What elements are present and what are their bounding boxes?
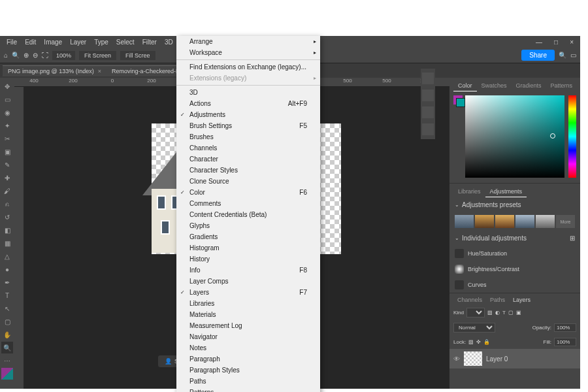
tab-patterns[interactable]: Patterns (546, 80, 578, 91)
menu-file[interactable]: File (3, 37, 21, 47)
menu-select[interactable]: Select (112, 37, 139, 47)
menu-item-actions[interactable]: ActionsAlt+F9 (176, 98, 320, 109)
menu-edit[interactable]: Edit (21, 37, 40, 47)
tab-1[interactable]: PNG image.png @ 133% (Index)× (3, 65, 106, 76)
adj-hue-saturation[interactable]: Hue/Saturation (449, 246, 580, 261)
menu-layer[interactable]: Layer (66, 37, 90, 47)
preset-thumb[interactable] (495, 215, 514, 228)
wand-tool-icon[interactable]: ✦ (1, 120, 13, 131)
menu-item-3d[interactable]: 3D (176, 87, 320, 98)
menu-item-info[interactable]: InfoF8 (176, 265, 320, 276)
more-presets-button[interactable]: More (556, 215, 575, 228)
gradient-tool-icon[interactable]: ▦ (1, 237, 13, 249)
dodge-tool-icon[interactable]: ● (1, 263, 13, 275)
menu-item-histogram[interactable]: Histogram (176, 242, 320, 253)
menu-item-paragraph-styles[interactable]: Paragraph Styles (176, 365, 320, 376)
menu-item-materials[interactable]: Materials (176, 309, 320, 320)
preset-thumb[interactable] (515, 215, 534, 228)
menu-item-brushes[interactable]: Brushes (176, 131, 320, 142)
menu-item-brush-settings[interactable]: Brush SettingsF5 (176, 120, 320, 131)
heal-tool-icon[interactable]: ✚ (1, 172, 13, 184)
shape-tool-icon[interactable]: ▢ (1, 316, 13, 327)
filter-adjust-icon[interactable]: ◐ (495, 310, 500, 316)
history-brush-icon[interactable]: ↺ (1, 211, 13, 223)
home-icon[interactable]: ⌂ (4, 52, 8, 59)
eyedropper-tool-icon[interactable]: ✎ (1, 159, 13, 171)
resize-icon[interactable]: ⛶ (42, 52, 48, 59)
marquee-tool-icon[interactable]: ▭ (1, 93, 13, 105)
preset-thumb[interactable] (475, 215, 494, 228)
menu-item-character-styles[interactable]: Character Styles (176, 165, 320, 176)
lock-position-icon[interactable]: ✜ (476, 339, 481, 345)
filter-shape-icon[interactable]: ▢ (508, 310, 514, 316)
eraser-tool-icon[interactable]: ◧ (1, 224, 13, 236)
menu-3d[interactable]: 3D (161, 37, 177, 47)
filter-type-icon[interactable]: T (502, 310, 506, 316)
hand-tool-icon[interactable]: ✋ (1, 329, 13, 340)
menu-item-layer-comps[interactable]: Layer Comps (176, 276, 320, 287)
adj-curves[interactable]: Curves (449, 277, 580, 293)
menu-item-clone-source[interactable]: Clone Source (176, 176, 320, 187)
dock-icon[interactable] (422, 73, 434, 84)
filter-image-icon[interactable]: ▧ (487, 310, 493, 316)
filter-smart-icon[interactable]: ▣ (516, 310, 521, 316)
background-color-swatch[interactable] (456, 98, 465, 107)
fill-screen-button[interactable]: Fill Scree (120, 51, 155, 60)
workspace-icon[interactable]: ▭ (570, 52, 576, 59)
menu-item-arrange[interactable]: Arrange (176, 36, 320, 47)
share-button[interactable]: Share (521, 50, 555, 61)
search-icon[interactable]: 🔍 (559, 52, 566, 59)
tab-color[interactable]: Color (453, 80, 477, 91)
menu-item-workspace[interactable]: Workspace (176, 47, 320, 58)
opacity-input[interactable] (554, 323, 576, 332)
menu-item-libraries[interactable]: Libraries (176, 298, 320, 309)
menu-item-measurement-log[interactable]: Measurement Log (176, 320, 320, 331)
menu-item-content-credentials-beta-[interactable]: Content Credentials (Beta) (176, 209, 320, 220)
adj-brightness[interactable]: Brightness/Contrast (449, 261, 580, 277)
dock-icon[interactable] (422, 90, 434, 101)
close-tab-icon[interactable]: × (98, 68, 101, 74)
layer-thumbnail[interactable] (464, 351, 482, 366)
tab-paths[interactable]: Paths (486, 295, 509, 305)
menu-item-layers[interactable]: LayersF7 (176, 287, 320, 298)
menu-item-navigator[interactable]: Navigator (176, 331, 320, 342)
move-tool-icon[interactable]: ✥ (1, 80, 13, 92)
fit-screen-button[interactable]: Fit Screen (79, 51, 116, 60)
maximize-icon[interactable]: □ (550, 37, 562, 47)
close-icon[interactable]: × (566, 37, 578, 47)
zoom-value[interactable]: 100% (52, 51, 75, 60)
edit-toolbar-icon[interactable]: ⋯ (1, 355, 13, 367)
color-cursor[interactable] (550, 133, 555, 139)
blend-mode-select[interactable]: Normal (453, 323, 495, 333)
lock-pixels-icon[interactable]: ▧ (468, 339, 474, 345)
tab-libraries[interactable]: Libraries (453, 186, 485, 197)
blur-tool-icon[interactable]: △ (1, 250, 13, 262)
tab-swatches[interactable]: Swatches (477, 80, 512, 91)
preset-thumb[interactable] (455, 215, 474, 228)
zoom-in-icon[interactable]: ⊕ (24, 52, 29, 59)
menu-item-notes[interactable]: Notes (176, 342, 320, 353)
color-field[interactable] (465, 95, 564, 178)
hue-slider[interactable] (568, 95, 576, 178)
tab-adjustments[interactable]: Adjustments (485, 186, 527, 197)
menu-item-comments[interactable]: Comments (176, 198, 320, 209)
fill-input[interactable] (554, 338, 576, 346)
color-picker[interactable] (449, 91, 580, 183)
grid-icon[interactable]: ⊞ (570, 235, 575, 242)
menu-item-gradients[interactable]: Gradients (176, 231, 320, 242)
brush-tool-icon[interactable]: 🖌 (1, 185, 13, 197)
menu-item-character[interactable]: Character (176, 154, 320, 165)
menu-item-find-extensions-on-exchange-legacy-[interactable]: Find Extensions on Exchange (legacy)... (176, 61, 320, 73)
layer-item[interactable]: 👁 Layer 0 (449, 349, 580, 368)
menu-image[interactable]: Image (40, 37, 66, 47)
menu-item-channels[interactable]: Channels (176, 142, 320, 154)
minimize-icon[interactable]: — (532, 37, 546, 47)
pen-tool-icon[interactable]: ✒ (1, 276, 13, 288)
lasso-tool-icon[interactable]: ◉ (1, 106, 13, 118)
zoom-tool-icon[interactable]: 🔍 (12, 52, 20, 59)
menu-item-adjustments[interactable]: Adjustments (176, 109, 320, 120)
dock-icon[interactable] (422, 106, 434, 118)
dock-icon[interactable] (422, 123, 434, 135)
path-tool-icon[interactable]: ↖ (1, 302, 13, 314)
menu-item-glyphs[interactable]: Glyphs (176, 220, 320, 231)
